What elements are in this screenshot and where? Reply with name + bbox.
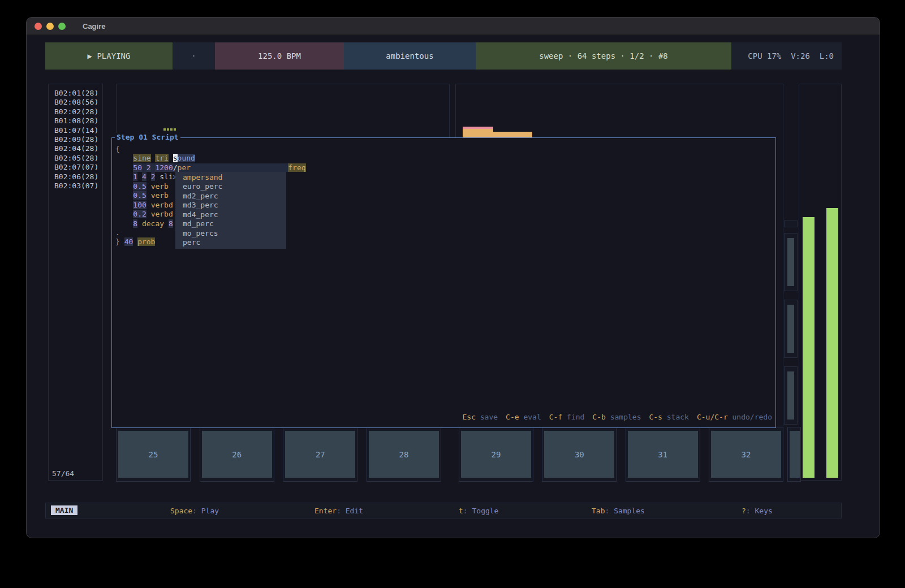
sample-list-item[interactable]: B02:01(28) [49, 89, 102, 98]
code-line: sine tri sound [115, 154, 306, 163]
autocomplete-dropdown[interactable]: ampersandeuro_percmd2_percmd3_percmd4_pe… [175, 172, 286, 249]
sample-list-item[interactable]: B02:09(28) [49, 135, 102, 144]
sample-list-panel: B02:01(28)B02:08(56)B02:02(28)B01:08(28)… [48, 84, 103, 481]
step-cell-number: 28 [369, 431, 439, 478]
project-name: ambientous [344, 42, 476, 70]
autocomplete-item[interactable]: perc [175, 238, 286, 247]
window-titlebar: Cagire [27, 18, 880, 35]
level-meter-bar-left [803, 217, 815, 478]
editor-keybinds: Esc saveC-e evalC-f findC-b samplesC-s s… [462, 413, 772, 421]
step-cell-number: 32 [711, 431, 781, 478]
step-cell-number: 31 [628, 431, 698, 478]
sample-list-item[interactable]: B01:07(14) [49, 126, 102, 135]
status-bar: ▶ PLAYING · 125.0 BPM ambientous sweep ·… [45, 42, 842, 70]
sample-list-item[interactable]: B01:08(28) [49, 116, 102, 126]
keybind-hint: C-u/C-r undo/redo [697, 413, 772, 421]
transport-status[interactable]: ▶ PLAYING [45, 42, 173, 70]
zoom-window-icon[interactable] [58, 23, 66, 30]
step-cell-number: 30 [544, 431, 614, 478]
sample-list-item[interactable]: B02:05(28) [49, 154, 102, 163]
keybind-hint: C-f find [549, 413, 585, 421]
step-cell-partial [787, 427, 801, 482]
level-meters-panel [799, 84, 842, 481]
window-title: Cagire [83, 22, 105, 31]
step-cell[interactable]: 32 [709, 427, 783, 482]
sample-list: B02:01(28)B02:08(56)B02:02(28)B01:08(28)… [49, 84, 102, 191]
sample-list-item[interactable]: B02:08(56) [49, 98, 102, 107]
keybind-hint: C-b samples [592, 413, 641, 421]
bpm-indicator[interactable]: 125.0 BPM [215, 42, 344, 70]
grid-slot [784, 233, 798, 291]
key-hint: t: Toggle [459, 507, 498, 515]
pattern-info: sweep · 64 steps · 1/2 · #8 [476, 42, 731, 70]
step-cell[interactable]: 27 [283, 427, 357, 482]
key-hint: Enter: Edit [314, 507, 363, 515]
step-cell-number: 26 [202, 431, 272, 478]
code-line: 50 2 1200/per freq [115, 163, 306, 172]
autocomplete-item[interactable]: euro_perc [175, 182, 286, 191]
sample-list-item[interactable]: B02:07(07) [49, 163, 102, 172]
autocomplete-item[interactable]: ampersand [175, 173, 286, 182]
keybind-hint: C-s stack [649, 413, 688, 421]
step-cell[interactable]: 29 [459, 427, 533, 482]
system-stats: CPU 17% V:26 L:0 [731, 42, 842, 70]
activity-dots-icon [163, 128, 176, 131]
autocomplete-item[interactable]: md4_perc [175, 210, 286, 219]
key-hint: Space: Play [170, 507, 219, 515]
sample-list-item[interactable]: B02:03(07) [49, 181, 102, 191]
autocomplete-item[interactable]: md2_perc [175, 192, 286, 201]
code-line: { [115, 145, 306, 154]
minimize-window-icon[interactable] [46, 23, 54, 30]
grid-slot [784, 366, 798, 425]
step-cell[interactable]: 28 [367, 427, 441, 482]
editor-title: Step 01 Script [115, 133, 180, 141]
step-cell-number: 29 [461, 431, 531, 478]
autocomplete-item[interactable]: mo_percs [175, 229, 286, 238]
mode-badge: MAIN [51, 505, 77, 515]
step-cell[interactable]: 30 [542, 427, 617, 482]
sample-list-item[interactable]: B02:06(28) [49, 172, 102, 181]
level-meter-bar-right [826, 208, 838, 478]
grid-slot-cell [787, 371, 794, 420]
step-cell-number: 25 [118, 431, 188, 478]
step-cell[interactable]: 25 [116, 427, 191, 482]
autocomplete-item[interactable]: md3_perc [175, 201, 286, 210]
autocomplete-item[interactable]: md_perc [175, 219, 286, 228]
sample-list-item[interactable]: B02:02(28) [49, 107, 102, 116]
step-cell[interactable]: 26 [200, 427, 274, 482]
step-cell-number: 27 [285, 431, 355, 478]
grid-slot-partial [784, 220, 798, 227]
step-row-right: 29303132 [459, 427, 783, 482]
step-row-left: 25262728 [116, 427, 441, 482]
keybind-hint: C-e eval [506, 413, 541, 421]
status-separator: · [173, 42, 215, 70]
app-screen: Cagire ▶ PLAYING · 125.0 BPM ambientous … [0, 0, 905, 588]
grid-slot-cell [787, 238, 794, 286]
grid-slot [784, 300, 798, 358]
sample-list-item[interactable]: B02:04(28) [49, 144, 102, 153]
step-counter: 57/64 [52, 469, 74, 478]
step-cell[interactable]: 31 [626, 427, 700, 482]
waveform-display [456, 84, 783, 138]
waveform-bar [463, 127, 493, 138]
grid-slot-cell [787, 305, 794, 353]
key-hint: ?: Keys [742, 507, 773, 515]
bottom-status-bar: MAIN Space: PlayEnter: Editt: ToggleTab:… [45, 503, 842, 518]
close-window-icon[interactable] [35, 23, 42, 30]
keybind-hint: Esc save [462, 413, 498, 421]
key-hint: Tab: Samples [592, 507, 645, 515]
